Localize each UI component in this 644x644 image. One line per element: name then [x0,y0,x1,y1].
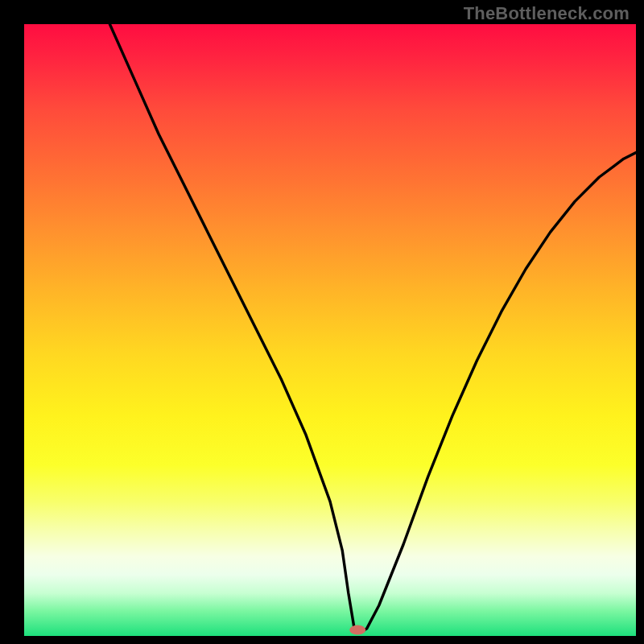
optimal-marker [349,625,365,634]
watermark-text: TheBottleneck.com [464,3,630,24]
marker-layer [24,24,636,636]
chart-container: TheBottleneck.com [0,0,644,644]
plot-area [24,24,636,636]
